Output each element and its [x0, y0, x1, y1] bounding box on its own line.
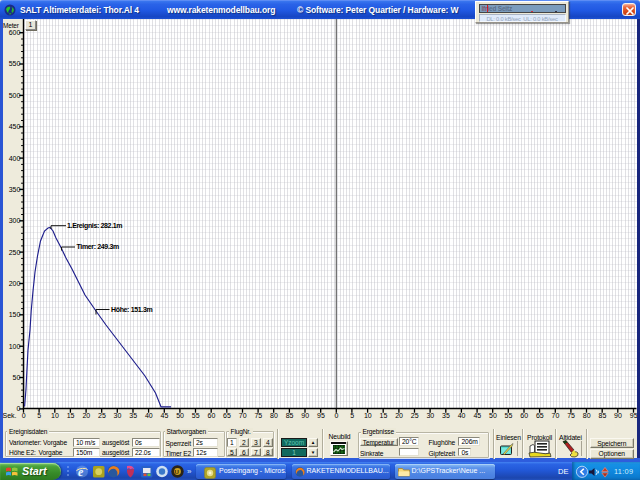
svg-text:»: » [187, 467, 192, 476]
svg-text:U: U [175, 469, 179, 475]
svg-text:e: e [78, 465, 84, 479]
